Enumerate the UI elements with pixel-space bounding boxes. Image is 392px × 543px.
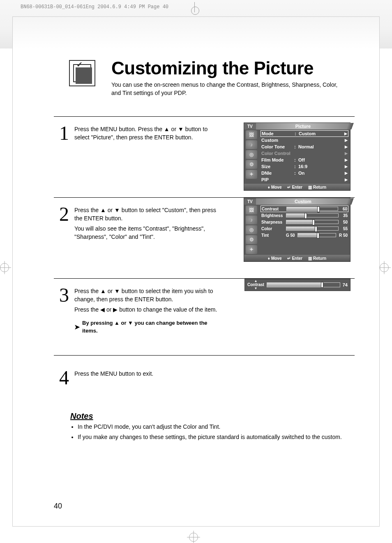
picture-cat-icon: 🖼: [246, 130, 257, 139]
step-number: 4: [54, 369, 74, 386]
slider-value: 55: [340, 226, 348, 231]
osd-row-label: DNIe: [261, 171, 294, 176]
setup-cat-icon: ⚙: [246, 235, 257, 244]
osd-bar-label: ▲ Contrast ▼: [247, 280, 264, 290]
step-2: 2 Press the ▲ or ▼ button to select "Cus…: [54, 198, 355, 278]
return-icon: ▥: [308, 256, 312, 261]
osd-contrast-bar: ▲ Contrast ▼ 74: [244, 279, 350, 291]
slider-pre: G 50: [286, 233, 296, 238]
enter-icon: ↵: [287, 256, 291, 261]
enter-icon: ↵: [287, 185, 291, 189]
osd-row-label: Size: [261, 164, 294, 169]
osd-colon: :: [295, 131, 299, 136]
step-3: 3 Press the ▲ or ▼ button to select the …: [54, 279, 355, 355]
page-number: 40: [54, 502, 62, 511]
return-icon: ▥: [308, 185, 312, 189]
crop-mark-top: [189, 4, 201, 12]
chevron-right-icon: ▶: [345, 164, 348, 169]
steps: 1 Press the MENU button. Press the ▲ or …: [54, 116, 355, 394]
osd-menu-row: Mode:Custom▶: [261, 130, 348, 137]
osd-row-label: Film Mode: [261, 157, 294, 162]
setup-cat-icon: ⚙: [246, 160, 257, 169]
page-fade: [13, 17, 379, 49]
osd-title: Picture: [256, 123, 350, 129]
osd-menu-row: Size:16:9▶: [261, 163, 348, 170]
slider-track: [286, 207, 338, 211]
osd-custom: TV Custom 🖼 ♪ ◎ ⚙ ✦ Contrast60Brightness…: [244, 198, 350, 262]
osd-colon: :: [294, 171, 298, 176]
updown-icon: ♦: [268, 256, 270, 261]
step-text: Press the ▲ or ▼ button to select the it…: [74, 287, 218, 304]
step-number: 2: [54, 205, 74, 223]
pointer-arrow-icon: ➤: [74, 322, 80, 332]
slider-value: 74: [343, 282, 348, 287]
chevron-right-icon: ▶: [345, 138, 348, 142]
osd-menu-row: Color Control▶: [261, 150, 348, 157]
chevron-right-icon: ▶: [344, 132, 347, 136]
page-subtitle: You can use the on-screen menus to chang…: [111, 81, 341, 97]
function-cat-icon: ✦: [246, 245, 257, 254]
slider-value: 35: [340, 213, 348, 218]
osd-row-label: PIP: [261, 177, 294, 182]
slider-label: Contrast: [262, 207, 285, 211]
slider-post: R 50: [338, 233, 348, 238]
chevron-right-icon: ▶: [345, 145, 348, 149]
osd-row-value: On: [298, 171, 345, 176]
osd-row-value: Normal: [298, 144, 345, 149]
osd-row-label: Mode: [262, 131, 295, 136]
chevron-right-icon: ▶: [345, 158, 348, 162]
step-number: 1: [54, 124, 74, 142]
osd-row-value: 16:9: [298, 164, 345, 169]
notes-section: Notes In the PC/DVI mode, you can't adju…: [70, 411, 355, 443]
sound-cat-icon: ♪: [246, 140, 257, 149]
slider-track: [286, 213, 339, 217]
tv-icon: [69, 60, 95, 86]
slider-value: 50: [340, 220, 348, 224]
chevron-right-icon: ▶: [345, 151, 348, 155]
osd-menu-row: Custom▶: [261, 137, 348, 143]
step-text: Press the MENU button. Press the ▲ or ▼ …: [74, 125, 218, 142]
channel-cat-icon: ◎: [246, 225, 257, 234]
step-text: Press the MENU button to exit.: [74, 370, 218, 378]
slider-label: Brightness: [261, 213, 284, 218]
slider-label: Sharpness: [261, 220, 284, 224]
osd-menu-row: DNIe:On▶: [261, 170, 348, 176]
step-number: 3: [54, 286, 74, 304]
osd-category-icons: 🖼 ♪ ◎ ⚙ ✦: [244, 205, 259, 255]
step-4: 4 Press the MENU button to exit.: [54, 356, 355, 394]
crop-mark-left: [0, 263, 12, 271]
osd-row-label: Color Control: [261, 151, 294, 156]
osd-rows: Mode:Custom▶Custom▶Color Tone:Normal▶Col…: [259, 129, 350, 184]
down-arrow-icon: ▼: [254, 287, 258, 290]
crop-mark-right: [380, 263, 392, 271]
osd-slider-row: Contrast60: [261, 206, 348, 212]
osd-slider-row: TintG 50R 50: [261, 232, 348, 238]
osd-row-label: Color Tone: [261, 144, 294, 149]
slider-track: [297, 233, 336, 237]
step-text: You will also see the items "Contrast", …: [74, 224, 218, 241]
osd-colon: :: [294, 157, 298, 162]
osd-menu-row: Color Tone:Normal▶: [261, 143, 348, 150]
chevron-right-icon: ▶: [345, 178, 348, 182]
osd-colon: :: [294, 164, 298, 169]
sound-cat-icon: ♪: [246, 215, 257, 224]
notes-heading: Notes: [70, 411, 355, 421]
osd-rows: Contrast60Brightness35Sharpness50Color55…: [259, 205, 350, 255]
osd-picture: TV Picture 🖼 ♪ ◎ ⚙ ✦ Mode:Custom▶Custom▶…: [244, 122, 350, 191]
slider-label: Color: [261, 226, 284, 231]
osd-slider-row: Sharpness50: [261, 219, 348, 225]
osd-row-value: Off: [298, 157, 345, 162]
print-header: BN68-00631B-00_014-061Eng 2004.6.9 4:49 …: [21, 4, 168, 10]
function-cat-icon: ✦: [246, 170, 257, 179]
picture-cat-icon: 🖼: [246, 206, 257, 215]
step-text: Press the ◀ or ▶ button to change the va…: [74, 305, 218, 314]
osd-title: Custom: [256, 198, 350, 205]
osd-row-value: Custom: [299, 131, 344, 136]
channel-cat-icon: ◎: [246, 150, 257, 159]
slider-track: [286, 226, 339, 231]
step-text: Press the ▲ or ▼ button to select "Custo…: [74, 206, 218, 223]
hint: ➤ By pressing ▲ or ▼ you can change betw…: [74, 319, 218, 335]
title-block: Customizing the Picture You can use the …: [70, 58, 355, 97]
chevron-right-icon: ▶: [345, 171, 348, 175]
updown-icon: ♦: [268, 185, 270, 189]
